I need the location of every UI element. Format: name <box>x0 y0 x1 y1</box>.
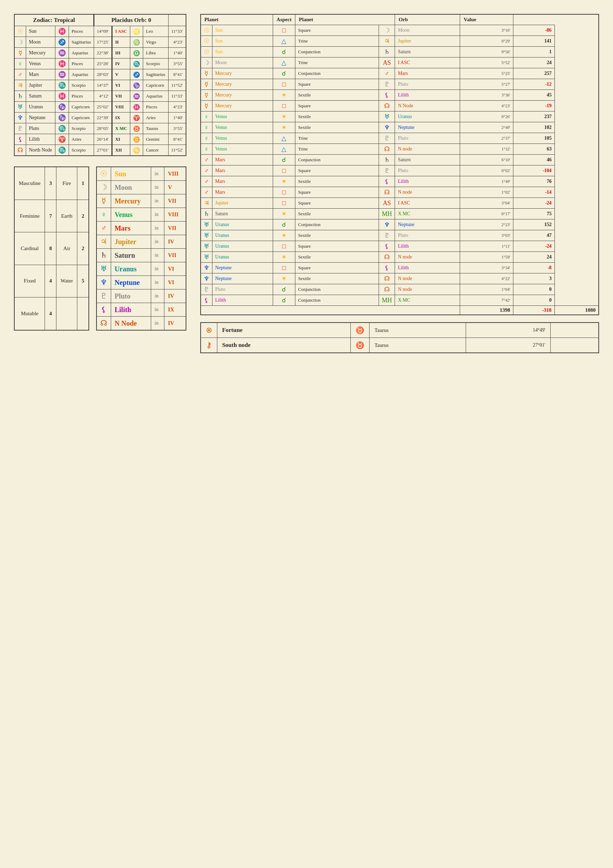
fortune-sign-sym: ♉ <box>351 338 370 353</box>
house-num: VIII <box>112 102 130 113</box>
asp-p2-name: Jupiter <box>395 36 460 46</box>
asp-p2-name: Lilith <box>395 241 460 252</box>
asp-p1-symbol: ♂ <box>201 155 212 166</box>
asp-orb: 3°04' <box>460 198 513 209</box>
asp-symbol: ✶ <box>273 252 295 263</box>
house-degree: 11°52' <box>168 80 186 91</box>
sign-symbol: ♑ <box>55 102 69 113</box>
house-num: III <box>112 48 130 59</box>
sign-name: Sagittarius <box>69 37 94 48</box>
ph-house: VI <box>164 262 186 276</box>
asp-p1-name: Mercury <box>212 68 273 79</box>
modality-label: Mutable <box>14 297 45 330</box>
asp-value: -8 <box>513 263 554 273</box>
house-degree: 1°40' <box>168 48 186 59</box>
asp-p2-name: N node <box>395 284 460 295</box>
asp-symbol: △ <box>273 57 295 68</box>
asp-p1-name: Sun <box>212 46 273 57</box>
ph-in: in <box>151 317 164 330</box>
asp-orb: 1°11' <box>460 241 513 252</box>
asp-value: 237 <box>513 112 554 122</box>
ph-symbol: ☉ <box>96 167 111 181</box>
asp-p2-symbol: ☊ <box>379 273 395 284</box>
sign-symbol: ♈ <box>55 134 69 145</box>
asp-p1-symbol: ☿ <box>201 68 212 79</box>
house-degree: 8°41' <box>168 69 186 80</box>
ph-name: Pluto <box>111 290 151 303</box>
asp-symbol: ✶ <box>273 90 295 101</box>
ph-symbol: ⚸ <box>96 303 111 317</box>
modality-val: 8 <box>45 232 56 265</box>
asp-orb: 3°16' <box>460 25 513 36</box>
ph-name: Mercury <box>111 194 151 208</box>
asp-p2-symbol: ☊ <box>379 101 395 112</box>
ph-name: Jupiter <box>111 235 151 249</box>
right-column: Planet Aspect Planet Orb Value ☉ Sun □ S… <box>200 14 599 353</box>
asp-p2-name: N node <box>395 252 460 263</box>
asp-p1-name: Uranus <box>212 241 273 252</box>
sign-name: Capricorn <box>69 113 94 123</box>
asp-p1-name: Venus <box>212 133 273 144</box>
planet-name: Jupiter <box>26 80 56 91</box>
modality-label: Feminine <box>14 200 45 232</box>
planet-houses-table: ☉ Sun in VIII ☽ Moon in V ☿ Mercury in V… <box>96 166 186 330</box>
ph-name: Sun <box>111 167 151 181</box>
asp-p1-name: Venus <box>212 122 273 133</box>
house-degree: 11°33' <box>168 26 186 37</box>
asp-name: Square <box>296 25 379 36</box>
asp-value: -14 <box>513 187 554 198</box>
fortune-degree: 27°01' <box>466 338 551 353</box>
asp-name: Square <box>296 101 379 112</box>
asp-p1-name: Uranus <box>212 219 273 230</box>
asp-p2-symbol: ♂ <box>379 68 395 79</box>
asp-value: 257 <box>513 68 554 79</box>
ph-in: in <box>151 208 164 222</box>
planet-symbol: ☿ <box>14 48 26 59</box>
ph-symbol: ♇ <box>96 290 111 303</box>
modalities-table: Masculine 3 Fire 1 Feminine 7 Earth 2 Ca… <box>14 166 89 330</box>
asp-p1-name: Mars <box>212 155 273 166</box>
asp-symbol: ✶ <box>273 176 295 187</box>
asp-p2-name: Pluto <box>395 79 460 90</box>
house-sign-symbol: ♏ <box>130 59 143 69</box>
planet-name: Saturn <box>26 91 56 102</box>
degree: 22°39' <box>94 113 112 123</box>
asp-orb: 0°02' <box>460 166 513 176</box>
planet-name: Moon <box>26 37 56 48</box>
ph-name: Uranus <box>111 262 151 276</box>
asp-p2-name: N node <box>395 273 460 284</box>
fortune-sign: Taurus <box>370 338 466 353</box>
asp-p2-name: Saturn <box>395 46 460 57</box>
asp-p1-symbol: ☿ <box>201 79 212 90</box>
ph-in: in <box>151 181 164 194</box>
asp-p1-symbol: ♇ <box>201 284 212 295</box>
sign-symbol: ♓ <box>55 59 69 69</box>
ph-symbol: ☿ <box>96 194 111 208</box>
house-sign-symbol: ♊ <box>130 134 143 145</box>
asp-name: Square <box>296 241 379 252</box>
house-degree: 8°41' <box>168 134 186 145</box>
asp-p1-symbol: ♀ <box>201 133 212 144</box>
degree: 14°09' <box>94 26 112 37</box>
ph-in: in <box>151 194 164 208</box>
house-degree: 1°40' <box>168 113 186 123</box>
planet-symbol: ☉ <box>14 26 26 37</box>
house-sign: Leo <box>143 26 168 37</box>
asp-p1-name: Uranus <box>212 252 273 263</box>
aspect-header-planet1: Planet <box>201 14 273 25</box>
asp-p1-name: Saturn <box>212 209 273 219</box>
modality-label: Masculine <box>14 167 45 200</box>
asp-p2-symbol: ⚸ <box>379 263 395 273</box>
asp-p1-symbol: ♄ <box>201 209 212 219</box>
asp-value: 24 <box>513 57 554 68</box>
house-sign: Aries <box>143 113 168 123</box>
house-sign: Virgo <box>143 37 168 48</box>
asp-p1-name: Neptune <box>212 263 273 273</box>
asp-p2-name: N node <box>395 187 460 198</box>
asp-value: -104 <box>513 166 554 176</box>
asp-name: Square <box>296 79 379 90</box>
fortune-name: Fortune <box>217 322 351 338</box>
element-val: 2 <box>77 200 89 232</box>
asp-p1-name: Uranus <box>212 230 273 241</box>
asp-value: 1 <box>513 46 554 57</box>
